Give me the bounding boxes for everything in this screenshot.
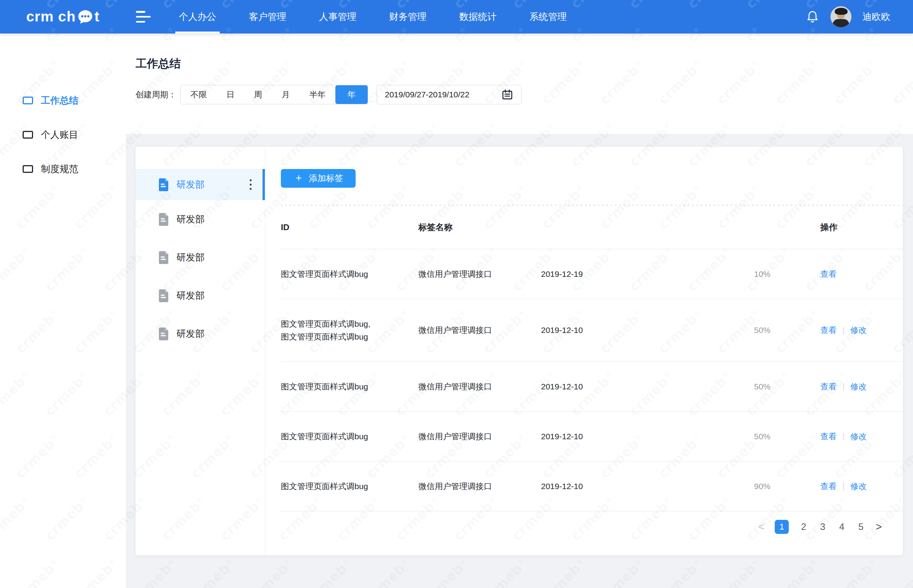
cell-percent: 90% [754,482,820,491]
cell-tag-name: 微信用户管理调接口 [418,431,541,442]
menu-rect-icon [23,131,33,139]
period-option-4[interactable]: 半年 [300,85,335,104]
page-header-band: 工作总结 创建周期： 不限日周月半年年 2019/09/27-2019/10/2… [126,33,913,134]
table-area: ＋ 添加标签 ID 标签名称 操作 图文管理页面样式调bug 微信用户管理调接口… [265,147,903,555]
top-navbar: crmeb®crmeb®crmeb®crmeb®crmeb®crmeb®crme… [0,0,913,33]
period-option-5[interactable]: 年 [335,85,368,104]
collapse-menu-icon[interactable] [136,11,151,23]
calendar-icon [501,89,513,101]
view-link[interactable]: 查看 [820,381,837,392]
cell-date: 2019-12-10 [541,326,643,335]
sidebar-item-1[interactable]: 个人账目 [0,118,126,152]
content-card: 研发部 研发部 研发部 [136,147,903,555]
table-row: 图文管理页面样式调bug 微信用户管理调接口 2019-12-10 90% 查看… [281,461,903,511]
nav-item-2[interactable]: 人事管理 [303,0,373,33]
filter-row: 创建周期： 不限日周月半年年 2019/09/27-2019/10/22 [136,85,913,104]
group-list-panel: 研发部 研发部 研发部 [136,147,265,555]
col-header-id: ID [281,222,418,232]
pagination-page-1[interactable]: 1 [775,520,789,534]
document-icon [158,289,169,302]
table-body: 图文管理页面样式调bug 微信用户管理调接口 2019-12-19 10% 查看… [281,249,903,511]
page-title: 工作总结 [136,33,913,72]
period-option-0[interactable]: 不限 [181,85,217,104]
col-header-name: 标签名称 [418,222,541,233]
notification-bell-icon[interactable] [805,10,820,24]
left-sidebar: 工作总结 个人账目 制度规范 [0,33,126,588]
nav-item-5[interactable]: 系统管理 [513,0,583,33]
group-list-item-3[interactable]: 研发部 [136,276,265,315]
table-row: 图文管理页面样式调bug, 图文管理页面样式调bug 微信用户管理调接口 201… [281,299,903,362]
view-link[interactable]: 查看 [820,325,837,336]
sidebar-item-0[interactable]: 工作总结 [0,83,126,118]
pagination-page-5[interactable]: 5 [857,521,865,532]
more-options-icon[interactable] [248,178,253,192]
group-list-item-0[interactable]: 研发部 [136,169,265,200]
sidebar-item-2[interactable]: 制度规范 [0,152,126,186]
view-link[interactable]: 查看 [820,269,837,280]
edit-link[interactable]: 修改 [850,431,867,442]
nav-item-1[interactable]: 客户管理 [233,0,303,33]
action-separator: | [842,326,844,335]
pagination-prev-icon[interactable]: < [758,521,764,533]
pagination-page-4[interactable]: 4 [837,521,846,532]
cell-actions: 查看|修改 [820,431,882,442]
date-range-picker[interactable]: 2019/09/27-2019/10/22 [377,85,522,104]
user-name[interactable]: 迪欧欧 [862,11,890,23]
cell-date: 2019-12-10 [541,432,643,441]
main-area: 工作总结 创建周期： 不限日周月半年年 2019/09/27-2019/10/2… [126,33,913,588]
col-header-action: 操作 [820,222,882,233]
chat-bubble-icon [77,9,93,25]
pagination: < 12345 > [281,520,903,534]
nav-item-4[interactable]: 数据统计 [443,0,513,33]
menu-rect-icon [23,165,33,173]
pagination-page-2[interactable]: 2 [799,521,808,532]
pagination-next-icon[interactable]: > [876,521,882,533]
group-list-item-1[interactable]: 研发部 [136,200,265,238]
edit-link[interactable]: 修改 [850,481,867,492]
cell-percent: 50% [754,432,820,441]
view-link[interactable]: 查看 [820,481,837,492]
period-option-1[interactable]: 日 [217,85,244,104]
table-row: 图文管理页面样式调bug 微信用户管理调接口 2019-12-10 50% 查看… [281,412,903,461]
period-segmented-control: 不限日周月半年年 [180,85,368,104]
pagination-page-3[interactable]: 3 [818,521,827,532]
group-list-item-4[interactable]: 研发部 [136,315,265,353]
navbar-right: 迪欧欧 [805,6,913,27]
cell-percent: 10% [754,269,820,279]
add-tag-button[interactable]: ＋ 添加标签 [281,169,356,188]
action-separator: | [842,382,844,391]
edit-link[interactable]: 修改 [850,325,867,336]
table-header: ID 标签名称 操作 [281,206,903,249]
action-separator: | [842,482,844,491]
plus-icon: ＋ [293,173,304,183]
cell-actions: 查看|修改 [820,481,882,492]
view-link[interactable]: 查看 [820,431,837,442]
cell-actions: 查看|修改 [820,381,882,392]
cell-tag-name: 微信用户管理调接口 [418,381,541,392]
nav-item-0[interactable]: 个人办公 [162,0,233,33]
nav-item-3[interactable]: 财务管理 [373,0,443,33]
cell-date: 2019-12-19 [541,269,643,279]
user-avatar[interactable] [830,6,851,27]
cell-date: 2019-12-10 [541,482,643,491]
cell-id: 图文管理页面样式调bug [281,380,418,393]
document-icon [158,213,169,226]
group-list-item-2[interactable]: 研发部 [136,238,265,276]
menu-rect-icon [23,97,33,104]
cell-tag-name: 微信用户管理调接口 [418,325,541,336]
table-row: 图文管理页面样式调bug 微信用户管理调接口 2019-12-19 10% 查看 [281,249,903,299]
cell-date: 2019-12-10 [541,382,643,391]
period-option-2[interactable]: 周 [244,85,272,104]
document-icon [158,251,169,264]
action-separator: | [842,432,844,441]
cell-tag-name: 微信用户管理调接口 [418,269,541,280]
document-icon [158,327,169,340]
main-nav: 个人办公 客户管理 人事管理 财务管理 数据统计 系统管理 [162,0,583,33]
cell-id: 图文管理页面样式调bug [281,430,418,443]
app-logo: crm ch t [0,9,126,25]
cell-percent: 50% [754,326,820,335]
edit-link[interactable]: 修改 [850,381,867,392]
period-option-3[interactable]: 月 [272,85,300,104]
cell-id: 图文管理页面样式调bug [281,268,418,280]
date-range-value: 2019/09/27-2019/10/22 [385,90,469,99]
